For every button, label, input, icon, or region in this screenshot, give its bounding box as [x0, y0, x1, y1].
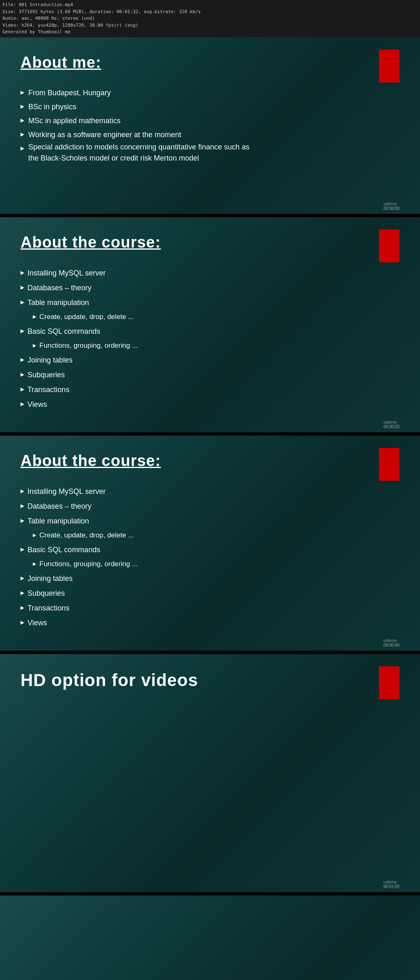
slide-last: udemy 00:01:20 [0, 895, 420, 980]
slide-title: About the course: [21, 452, 399, 470]
sub-list: Functions, grouping, ordering ... [33, 339, 399, 353]
udemy-watermark: udemy 00:00:20 [383, 420, 399, 429]
red-badge [379, 230, 399, 262]
list-item: Databases – theory [21, 280, 399, 295]
slide-title: About me: [21, 54, 399, 71]
separator [0, 432, 420, 436]
list-item: Views [21, 397, 399, 412]
timestamp: 00:00:20 [383, 425, 399, 429]
slide-title: About the course: [21, 234, 399, 251]
list-item: Subqueries [21, 367, 399, 382]
list-item: Functions, grouping, ordering ... [33, 339, 399, 353]
list-item: Transactions [21, 382, 399, 397]
red-badge [379, 666, 399, 699]
slide-hd: HD option for videos udemy 00:01:00 [0, 654, 420, 892]
file-info-line3: Audio: aac, 48000 Hz, stereo (und) [2, 15, 418, 22]
separator [0, 651, 420, 654]
file-info: File: 001 Introduction.mp4 Size: 3771692… [0, 0, 420, 37]
course-list-1: Installing MySQL server Databases – theo… [21, 266, 399, 412]
list-item: Functions, grouping, ordering ... [33, 557, 399, 571]
list-item: Views [21, 615, 399, 630]
course-list-2: Installing MySQL server Databases – theo… [21, 484, 399, 630]
list-item: Installing MySQL server [21, 266, 399, 280]
udemy-watermark: udemy 00:01:00 [383, 879, 399, 889]
sub-list: Functions, grouping, ordering ... [33, 557, 399, 571]
red-badge [379, 50, 399, 83]
timestamp: 00:00:00 [383, 206, 399, 211]
list-item: Databases – theory [21, 499, 399, 514]
file-info-line1: File: 001 Introduction.mp4 [2, 2, 418, 9]
slide-about-course-2: About the course: Installing MySQL serve… [0, 436, 420, 651]
list-item: MSc in applied mathematics [21, 114, 399, 128]
sub-list: Create, update, drop, delete ... [33, 528, 399, 542]
list-item: Working as a software engineer at the mo… [21, 128, 399, 142]
red-badge [379, 448, 399, 481]
timestamp: 00:00:40 [383, 643, 399, 647]
list-item: Installing MySQL server [21, 484, 399, 499]
sub-list: Create, update, drop, delete ... [33, 310, 399, 324]
list-item: Joining tables [21, 571, 399, 586]
slide-about-me: About me: From Budapest, Hungary BSc in … [0, 37, 420, 214]
list-item: Basic SQL commands [21, 324, 399, 339]
about-me-list: From Budapest, Hungary BSc in physics MS… [21, 86, 399, 164]
list-item: Transactions [21, 601, 399, 615]
udemy-watermark: udemy 00:00:40 [383, 638, 399, 647]
list-item: From Budapest, Hungary [21, 86, 399, 100]
separator [0, 214, 420, 217]
udemy-label: udemy [383, 879, 397, 884]
separator [0, 892, 420, 895]
list-item: Table manipulation [21, 295, 399, 310]
file-info-line4: Video: h264, yuv420p, 1280x720, 30.00 fp… [2, 22, 418, 29]
udemy-label: udemy [383, 420, 397, 425]
slide-title: HD option for videos [21, 670, 399, 690]
list-item: Joining tables [21, 353, 399, 367]
list-item: BSc in physics [21, 100, 399, 114]
list-item: Create, update, drop, delete ... [33, 310, 399, 324]
list-item: Basic SQL commands [21, 542, 399, 557]
list-item: Subqueries [21, 586, 399, 601]
udemy-label: udemy [383, 638, 397, 643]
list-item: Table manipulation [21, 514, 399, 528]
timestamp: 00:01:00 [383, 884, 399, 889]
list-item: Create, update, drop, delete ... [33, 528, 399, 542]
udemy-watermark: udemy 00:00:00 [383, 201, 399, 211]
file-info-line2: Size: 3771692 bytes (3.60 MiB), duration… [2, 9, 418, 16]
file-info-line5: Generated by Thumbnail me [2, 29, 418, 36]
udemy-label: udemy [383, 201, 397, 206]
list-item: Special addiction to models concerning q… [21, 142, 399, 164]
slide-about-course-1: About the course: Installing MySQL serve… [0, 217, 420, 432]
